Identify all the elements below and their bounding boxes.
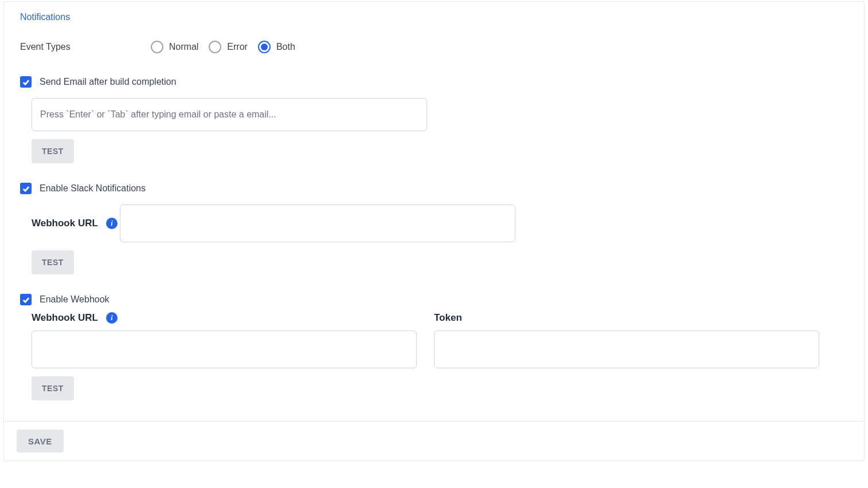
event-types-label: Event Types <box>20 42 71 52</box>
checkbox-label-send-email: Send Email after build completion <box>40 77 176 87</box>
radio-normal[interactable]: Normal <box>151 41 199 53</box>
save-button[interactable]: SAVE <box>17 430 64 452</box>
radio-icon <box>209 41 221 53</box>
test-email-button[interactable]: TEST <box>32 139 74 163</box>
radio-label-both: Both <box>276 42 295 52</box>
checkbox-enable-slack[interactable] <box>20 183 32 194</box>
webhook-url-input[interactable] <box>32 330 417 368</box>
checkbox-send-email[interactable] <box>20 76 32 88</box>
checkmark-icon <box>22 296 30 304</box>
event-types-radio-group: Normal Error Both <box>151 41 295 53</box>
webhook-url-label: Webhook URL <box>32 312 98 324</box>
section-title-notifications: Notifications <box>4 2 864 27</box>
slack-webhook-url-input[interactable] <box>120 204 515 242</box>
radio-error[interactable]: Error <box>209 41 248 53</box>
radio-label-normal: Normal <box>169 42 199 52</box>
test-slack-button[interactable]: TEST <box>32 250 74 274</box>
email-input[interactable] <box>32 98 427 131</box>
info-icon[interactable]: i <box>106 218 118 229</box>
checkbox-label-enable-slack: Enable Slack Notifications <box>40 183 146 194</box>
checkbox-enable-webhook[interactable] <box>20 294 32 305</box>
checkbox-label-enable-webhook: Enable Webhook <box>40 294 110 305</box>
webhook-token-input[interactable] <box>434 330 819 368</box>
radio-both[interactable]: Both <box>258 41 295 53</box>
info-icon[interactable]: i <box>106 312 118 324</box>
test-webhook-button[interactable]: TEST <box>32 376 74 400</box>
slack-webhook-url-label: Webhook URL <box>32 218 98 229</box>
checkmark-icon <box>22 78 30 86</box>
webhook-token-label: Token <box>434 312 462 324</box>
radio-icon <box>258 41 271 53</box>
checkmark-icon <box>22 184 30 193</box>
radio-label-error: Error <box>227 42 248 52</box>
radio-icon <box>151 41 163 53</box>
